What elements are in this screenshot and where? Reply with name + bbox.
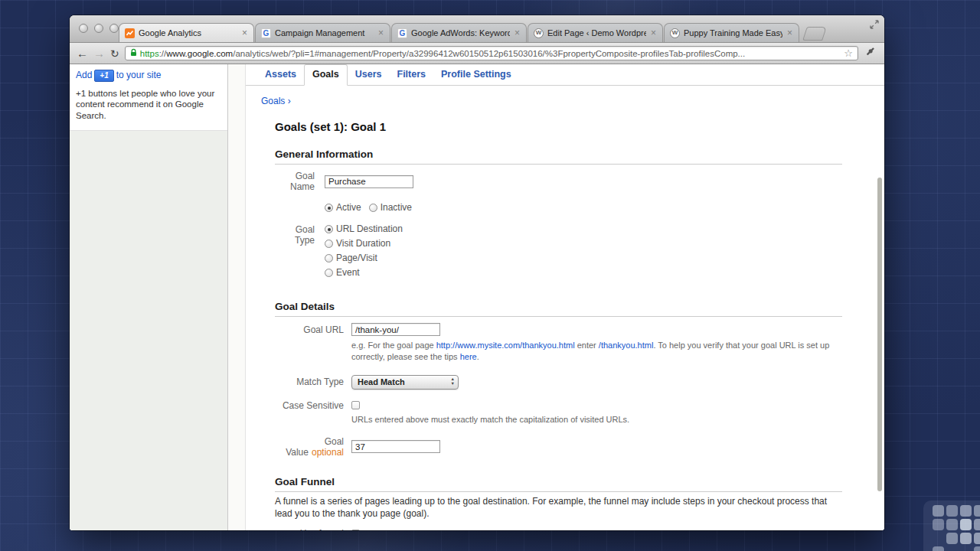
browser-toolbar: ← → ↻ https://www.google.com/analytics/w… <box>70 43 884 64</box>
page-visit-radio[interactable] <box>325 254 333 262</box>
thankyou-path-link[interactable]: /thankyou.html <box>599 341 654 350</box>
back-button[interactable]: ← <box>77 47 88 59</box>
tab-close-icon[interactable]: × <box>786 28 793 37</box>
tab-profile-settings[interactable]: Profile Settings <box>433 65 519 85</box>
use-funnel-row: Use funnel <box>275 528 842 530</box>
goal-type-row: Goal Type URL Destination Visit Duration… <box>275 223 842 278</box>
page-visit-label: Page/Visit <box>336 253 377 263</box>
goal-form: Goals (set 1): Goal 1 General Informatio… <box>246 120 884 530</box>
thankyou-url-link[interactable]: http://www.mysite.com/thankyou.html <box>436 341 575 350</box>
tab-goals[interactable]: Goals <box>304 64 348 86</box>
close-window-button[interactable] <box>79 24 88 33</box>
page-content: Add+1to your site +1 buttons let people … <box>70 64 884 530</box>
browser-tab-edit-page[interactable]: W Edit Page ‹ Demo Wordpress × <box>528 23 663 42</box>
browser-tab-google-analytics[interactable]: Google Analytics × <box>119 23 254 42</box>
goal-type-label: Goal Type <box>275 224 315 246</box>
tab-assets[interactable]: Assets <box>257 65 304 85</box>
goal-name-row: Goal Name <box>275 171 842 192</box>
active-radio[interactable] <box>325 204 333 212</box>
use-funnel-checkbox[interactable] <box>351 530 360 530</box>
event-radio[interactable] <box>325 269 333 277</box>
ga-left-sidebar: Add+1to your site +1 buttons let people … <box>70 64 228 530</box>
url-path: /analytics/web/?pli=1#management/Propert… <box>233 49 745 58</box>
tab-filters[interactable]: Filters <box>390 65 434 85</box>
page-title: Goals (set 1): Goal 1 <box>275 120 842 133</box>
pixel-grid-watermark-logo <box>923 497 980 551</box>
bookmark-star-icon[interactable]: ☆ <box>844 48 853 58</box>
profile-nav-tabs: Assets Goals Users Filters Profile Setti… <box>246 64 884 86</box>
tab-close-icon[interactable]: × <box>514 28 521 37</box>
browser-tab-adwords[interactable]: G Google AdWords: Keyword T × <box>391 23 527 42</box>
active-label: Active <box>336 202 361 213</box>
zoom-window-button[interactable] <box>109 24 119 33</box>
status-inactive-option[interactable]: Inactive <box>369 202 412 213</box>
inactive-label: Inactive <box>381 202 412 213</box>
inactive-radio[interactable] <box>369 204 377 212</box>
breadcrumb[interactable]: Goals › <box>246 96 884 106</box>
tab-close-icon[interactable]: × <box>241 28 248 37</box>
url-text: https://www.google.com/analytics/web/?pl… <box>140 49 745 58</box>
browser-window: Google Analytics × G Campaign Management… <box>70 15 884 530</box>
url-scheme: https <box>140 49 159 58</box>
case-sensitive-help: URLs entered above must exactly match th… <box>275 414 842 425</box>
page-scrollbar[interactable] <box>877 178 882 491</box>
window-controls <box>79 24 119 33</box>
match-type-value: Head Match <box>358 377 451 386</box>
tab-close-icon[interactable]: × <box>377 28 384 37</box>
select-stepper-icon: ▲▼ <box>451 377 455 386</box>
goal-url-help: e.g. For the goal page http://www.mysite… <box>275 340 842 363</box>
goal-name-label: Goal Name <box>275 171 315 192</box>
goal-status-row: Active Inactive <box>275 202 842 213</box>
goal-type-options: URL Destination Visit Duration Page/Visi… <box>325 223 403 278</box>
url-destination-radio[interactable] <box>325 225 333 233</box>
add-plusone-link[interactable]: Add+1to your site <box>76 70 220 82</box>
address-bar[interactable]: https://www.google.com/analytics/web/?pl… <box>125 46 858 60</box>
fullscreen-icon[interactable] <box>870 18 879 32</box>
browser-tab-campaign-management[interactable]: G Campaign Management × <box>255 23 390 42</box>
browser-tab-puppy-training[interactable]: W Puppy Training Made Easy | × <box>664 23 799 42</box>
plusone-promo: Add+1to your site +1 buttons let people … <box>70 64 227 130</box>
match-type-label: Match Type <box>275 377 344 387</box>
minimize-window-button[interactable] <box>94 24 103 33</box>
visit-duration-radio[interactable] <box>325 240 333 248</box>
forward-button[interactable]: → <box>93 47 105 59</box>
new-tab-button[interactable] <box>802 27 827 41</box>
match-type-row: Match Type Head Match ▲▼ <box>275 375 842 390</box>
funnel-description: A funnel is a series of pages leading up… <box>275 495 842 521</box>
goal-value-label: Goal Valueoptional <box>275 436 344 458</box>
tab-title: Google Analytics <box>139 28 237 37</box>
window-titlebar[interactable]: Google Analytics × G Campaign Management… <box>70 15 884 43</box>
https-lock-icon <box>130 48 137 58</box>
desktop-background: Google Analytics × G Campaign Management… <box>0 0 980 551</box>
tips-here-link[interactable]: here <box>460 352 477 361</box>
match-type-select[interactable]: Head Match ▲▼ <box>351 375 459 390</box>
tab-title: Edit Page ‹ Demo Wordpress <box>547 28 646 37</box>
tab-title: Google AdWords: Keyword T <box>411 28 510 37</box>
goal-name-input[interactable] <box>325 175 413 188</box>
tab-close-icon[interactable]: × <box>650 28 657 37</box>
tab-title: Puppy Training Made Easy | <box>684 28 782 37</box>
wordpress-favicon-icon: W <box>534 28 544 38</box>
sidebar-empty-area <box>70 130 227 530</box>
goals-settings-main: Assets Goals Users Filters Profile Setti… <box>246 64 884 530</box>
case-sensitive-checkbox[interactable] <box>351 401 360 409</box>
type-event-option[interactable]: Event <box>325 267 403 278</box>
tab-users[interactable]: Users <box>348 65 390 85</box>
goal-value-input[interactable] <box>351 440 440 453</box>
use-funnel-label: Use funnel <box>275 528 344 530</box>
status-active-option[interactable]: Active <box>325 202 361 213</box>
reload-button[interactable]: ↻ <box>110 47 119 60</box>
help-text: . <box>477 352 479 361</box>
type-visit-duration-option[interactable]: Visit Duration <box>325 238 403 249</box>
case-sensitive-row: Case Sensitive <box>275 400 842 411</box>
goal-url-input[interactable] <box>351 323 440 336</box>
type-page-visit-option[interactable]: Page/Visit <box>325 253 403 263</box>
tab-title: Campaign Management <box>275 28 374 37</box>
settings-wrench-icon[interactable] <box>864 47 877 60</box>
type-url-destination-option[interactable]: URL Destination <box>325 223 403 234</box>
url-host: www.google.com <box>166 49 233 58</box>
google-favicon-icon: G <box>261 28 271 38</box>
goal-value-row: Goal Valueoptional <box>275 436 842 458</box>
optional-label: optional <box>312 447 344 458</box>
to-your-site-label: to your site <box>116 70 162 80</box>
